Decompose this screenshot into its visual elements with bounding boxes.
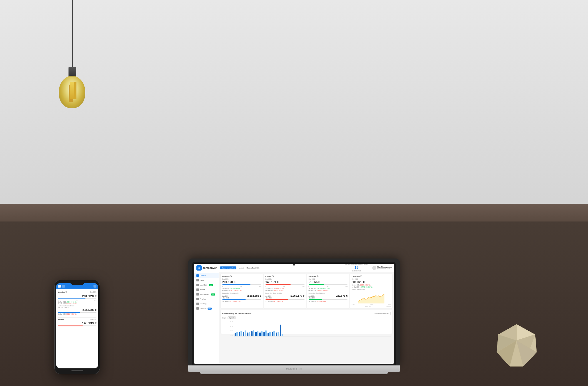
liquiditaet-compare2: vs. Dez 2020 +117.435 € +17,2 % ↑ (352, 286, 391, 288)
liquiditaet-icon (196, 284, 199, 286)
sidebar-item-kennzahlen[interactable]: Kennzahlen NEU (194, 292, 219, 297)
iphone-kosten: Kosten Dez 2021 148.139 € (58, 319, 96, 326)
ergebnis-ytd-label: Laufendes Geschäftsjahr (309, 292, 348, 294)
iphone-umsaetze-bar (58, 298, 96, 299)
app-sidebar: Cockpit BWA Liquidität NEU (194, 272, 219, 364)
ergebnis-ytd-compare: 16. Jan 2020 -13.241 € -6,4 % ↓ (309, 301, 348, 302)
monat-label: Monat: (239, 267, 244, 269)
sidebar-item-bilanz[interactable]: Bilanz (194, 287, 219, 292)
ergebnis-period: Dez 2021 (309, 278, 348, 280)
umsaetze-period: Dez 2021 (222, 278, 261, 280)
sidebar-item-planung[interactable]: Planung (194, 301, 219, 306)
app-logo: c companyon (196, 265, 218, 271)
iphone-umsaetze-ytd-compare: 16. Jan 2020 -12.267 € -3,1 % ↓ (58, 313, 96, 315)
header-user[interactable]: Max Mustermann Musterfirma GmbH (372, 266, 392, 270)
iphone-kosten-value: 148.139 € (58, 321, 96, 325)
macbook-screen-outer: c companyon Daten einspielen Monat: Deze… (188, 259, 400, 365)
ergebnis-value: 51.966 € (309, 281, 348, 284)
geo-stone (494, 323, 539, 368)
umsaetze-value: 201.120 € (222, 281, 261, 284)
monat-value: Dezember 2021 (247, 267, 260, 269)
kosten-ytd-label: Laufendes Geschäftsjahr (265, 292, 305, 294)
kosten-title: Kosten ⓘ (265, 275, 274, 278)
liquiditaet-period: Dez 2021 (352, 278, 391, 280)
sidebar-item-berichte[interactable]: Berichte NEU (194, 306, 219, 311)
sidebar-label-bilanz: Bilanz (200, 289, 205, 291)
liquiditaet-badge: NEU (209, 284, 213, 286)
sidebar-label-liquiditaet: Liquidität (200, 284, 207, 286)
app-main: Umsätze ⓘ Dez 2021 201.120 € 0ZielVorj (219, 272, 394, 364)
sidebar-label-analyse: Analyse (200, 298, 206, 300)
chart-title: Entwicklung im Jahresverlauf (222, 313, 251, 315)
logo-icon: c (196, 265, 202, 271)
bwa-icon (196, 279, 199, 281)
macbook: c companyon Daten einspielen Monat: Deze… (188, 259, 400, 374)
metric-liquiditaet: Liquidität ⓘ Dez 2021 801.026 € 16. Nov … (350, 274, 392, 308)
iphone-umsaetze-compare2: vs. Dez 2020 -96.775 € -32,5 % ↓ (58, 303, 96, 304)
berichte-icon (196, 307, 199, 310)
metrics-row: Umsätze ⓘ Dez 2021 201.120 € 0ZielVorj (221, 274, 392, 308)
iphone-screen: Umsätze ⓘ Dez 2021 201.120 € 0ZielVorj 1… (56, 283, 98, 368)
iphone-kosten-period: Dez 2021 (90, 319, 96, 320)
kennzahlen-icon (196, 293, 199, 296)
iphone: Umsätze ⓘ Dez 2021 201.120 € 0ZielVorj 1… (54, 280, 100, 374)
sidebar-item-bwa[interactable]: BWA (194, 278, 219, 283)
kosten-ytd-value: 1.969.177 € (290, 294, 305, 297)
umsaetze-ytd-label: Laufendes Geschäftsjahr (222, 292, 261, 294)
user-avatar (372, 266, 376, 270)
kosten-ytd-bar (265, 299, 305, 300)
chart-show-label: Zeige: (222, 317, 226, 319)
kosten-value: 148.139 € (265, 281, 305, 284)
umsaetze-ytd-compare: 16. Jan 2020 -12.267 € -3,1 % ↓ (222, 301, 261, 302)
liquiditaet-sparkline (352, 292, 391, 303)
desk-surface (0, 204, 588, 221)
kosten-ytd-compare: 16. Jan 2020 -42.337 € -2,1 % ↓ (265, 301, 305, 302)
macbook-base (188, 365, 400, 372)
chart-show-row: Zeige: Ergebnis (222, 316, 391, 319)
cockpit-icon (196, 274, 199, 277)
iphone-umsaetze-period: Dez 2021 (90, 291, 96, 293)
kosten-bar (265, 284, 305, 285)
chart-download-button[interactable]: Als Bild herunterladen (373, 312, 391, 315)
macbook-foot (200, 372, 388, 374)
kennzahlen-badge: NEU (211, 293, 215, 296)
app-ui: c companyon Daten einspielen Monat: Deze… (194, 264, 394, 364)
bilanz-icon (196, 288, 199, 291)
sidebar-item-liquiditaet[interactable]: Liquidität NEU (194, 283, 219, 287)
metric-ergebnis: Ergebnis ⓘ Dez 2021 51.966 € 0ZielVorj (307, 274, 349, 308)
chart-section: Entwicklung im Jahresverlauf Als Bild he… (221, 310, 392, 334)
chart-show-value[interactable]: Ergebnis (228, 316, 236, 319)
header-days: Bis Probezeitraum endet in Tagen 15 bis … (345, 264, 368, 272)
iphone-kosten-bar (58, 325, 96, 326)
metric-kosten: Kosten ⓘ Dez 2021 148.139 € 0ZielVorj (264, 274, 306, 308)
sidebar-label-cockpit: Cockpit (200, 275, 206, 276)
logo-text: companyon (203, 266, 218, 269)
ergebnis-ytd-bar (309, 299, 348, 300)
ergebnis-title: Ergebnis ⓘ (309, 275, 318, 278)
macbook-bezel: c companyon Daten einspielen Monat: Deze… (192, 262, 396, 365)
ergebnis-compare1: 16. Nov 2021 +34.760 € +242,2 % ↑ (309, 288, 348, 289)
sidebar-label-berichte: Berichte (200, 308, 206, 309)
umsaetze-title: Umsätze ⓘ (222, 275, 232, 278)
sync-button[interactable]: Daten einspielen (220, 266, 237, 269)
iphone-home-bar (71, 370, 83, 371)
planung-icon (196, 303, 199, 305)
kosten-compare2: vs. Dez 2020 -3.962 € -1,3 % ↓ (265, 290, 305, 291)
ergebnis-compare2: vs. Dez 2020 +94.005 € -44,8 % ↓ (309, 290, 348, 291)
days-count: 15 (345, 266, 368, 270)
sidebar-item-cockpit[interactable]: Cockpit (194, 273, 219, 278)
kosten-compare1: 16. Nov 2021 -19.886 € -11,8 % ↓ (265, 288, 305, 289)
umsaetze-compare2: vs. Dez 2020 -96.773 € -32,5 % ↓ (222, 290, 261, 291)
iphone-umsaetze-value: 201.120 € (58, 294, 96, 298)
iphone-app: Umsätze ⓘ Dez 2021 201.120 € 0ZielVorj 1… (56, 283, 98, 368)
sidebar-item-analyse[interactable]: Analyse (194, 297, 219, 301)
macbook-screen: c companyon Daten einspielen Monat: Deze… (194, 264, 394, 364)
user-name: Max Mustermann (377, 266, 392, 268)
macbook-camera (293, 264, 295, 266)
light-bulb (59, 76, 85, 108)
liquiditaet-compare1: 16. Nov 2021 -25.093 € -0,8 % ↓ (352, 284, 391, 286)
umsaetze-ytd-value: 2.252.888 € (247, 294, 261, 297)
metric-umsaetze: Umsätze ⓘ Dez 2021 201.120 € 0ZielVorj (221, 274, 263, 308)
liquiditaet-sparkline-label: Verlauf der Liquidität (352, 289, 391, 291)
iphone-umsaetze-ytd-label: Laufendes Geschäftsjahr (58, 305, 96, 307)
